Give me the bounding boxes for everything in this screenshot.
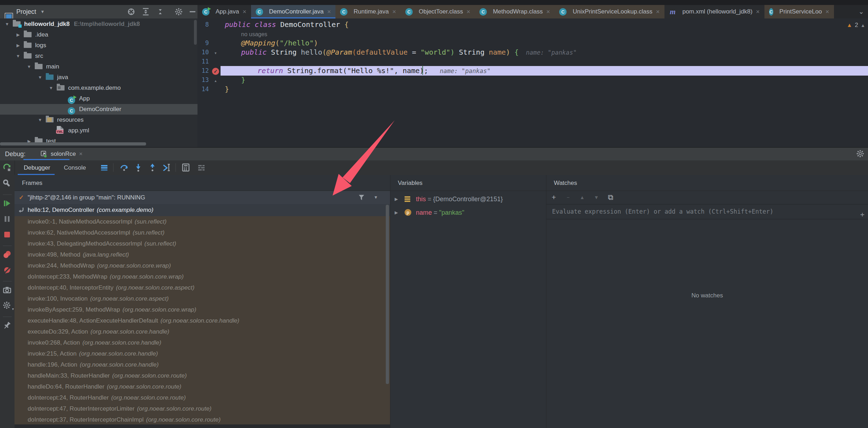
editor-tab-methodwrap-class[interactable]: CMethodWrap.class× [475, 5, 555, 18]
tree-item-src[interactable]: ▼src [0, 51, 197, 61]
chevron-down-icon[interactable]: ▼ [40, 9, 45, 14]
execution-line[interactable]: 12✓return String.format("Hello %s!", nam… [197, 66, 868, 75]
code-line[interactable]: 11 [197, 57, 868, 66]
pause-icon[interactable] [2, 214, 12, 224]
editor-tab-pom-xml-helloworld-jdk8-[interactable]: mpom.xml (helloworld_jdk8)× [664, 5, 764, 18]
frame-user-0[interactable]: hello:12, DemoController(com.example.dem… [15, 204, 390, 216]
tree-item-app[interactable]: CApp [0, 93, 197, 104]
duplicate-icon[interactable]: ⧉ [606, 191, 615, 204]
settings-gear-icon[interactable] [174, 7, 183, 16]
thread-selector[interactable]: ✓ "jlhttp-2"@2,146 in group "main": RUNN… [15, 191, 390, 204]
close-icon[interactable]: × [825, 8, 829, 16]
frame-lib-5[interactable]: invoke:244, MethodWrap(org.noear.solon.c… [15, 260, 390, 271]
frame-lib-9[interactable]: invokeByAspect:259, MethodWrap(org.noear… [15, 304, 390, 315]
collapse-all-icon[interactable] [156, 7, 165, 16]
editor-tab-runtime-java[interactable]: CRuntime.java× [335, 5, 401, 18]
close-icon[interactable]: × [243, 8, 246, 16]
frame-lib-14[interactable]: handle:196, Action(org.noear.solon.core.… [15, 359, 390, 370]
editor-tab-unixprintservicelookup-class[interactable]: CUnixPrintServiceLookup.class× [555, 5, 664, 18]
code-line[interactable]: 10▾public String hello(@Param(defaultVal… [197, 48, 868, 57]
step-over-icon[interactable] [119, 163, 129, 172]
tree-chevron-icon[interactable]: ▼ [37, 115, 44, 125]
chevron-down-icon[interactable]: ▼ [374, 191, 378, 204]
editor-tab-printserviceloo[interactable]: CPrintServiceLoo× [764, 5, 834, 18]
locate-icon[interactable] [127, 7, 135, 16]
tree-vertical-scrollbar[interactable] [194, 20, 197, 45]
tree-chevron-icon[interactable]: ▼ [48, 83, 55, 93]
evaluate-expression-icon[interactable] [181, 163, 190, 172]
frame-lib-4[interactable]: invoke:498, Method(java.lang.reflect) [15, 249, 390, 260]
step-out-icon[interactable] [148, 163, 157, 172]
run-to-cursor-icon[interactable] [162, 163, 171, 172]
tree-chevron-icon[interactable]: ▶ [15, 29, 22, 40]
frame-lib-1[interactable]: invoke0:-1, NativeMethodAccessorImpl(sun… [15, 216, 390, 227]
frame-lib-18[interactable]: doIntercept:47, RouterInterceptorLimiter… [15, 403, 390, 414]
frame-lib-7[interactable]: doIntercept:40, InterceptorEntity(org.no… [15, 282, 390, 293]
close-icon[interactable]: × [756, 8, 760, 16]
frames-scrollbar[interactable] [386, 205, 389, 384]
editor-tab-objecttoer-class[interactable]: CObjectToer.class× [401, 5, 475, 18]
settings-gear-icon[interactable]: ▾ [2, 301, 12, 310]
tree-item-app-yml[interactable]: YMLapp.yml [0, 125, 197, 136]
pin-icon[interactable] [2, 321, 12, 330]
rerun-icon[interactable] [2, 163, 12, 172]
mute-breakpoints-icon[interactable] [2, 265, 12, 275]
tree-item-democontroller[interactable]: CDemoController [0, 104, 197, 115]
evaluate-expression-input[interactable]: Evaluate expression (Enter) or add a wat… [546, 204, 868, 219]
frame-lib-15[interactable]: handleMain:33, RouterHandler(org.noear.s… [15, 370, 390, 381]
filter-funnel-icon[interactable] [358, 194, 365, 201]
frame-lib-6[interactable]: doIntercept:233, MethodWrap(org.noear.so… [15, 271, 390, 282]
add-to-watches-icon[interactable]: + [860, 207, 864, 222]
hide-panel-icon[interactable] [188, 7, 197, 16]
stop-icon[interactable] [2, 230, 12, 239]
close-icon[interactable]: × [392, 8, 396, 16]
frame-lib-12[interactable]: invoke0:268, Action(org.noear.solon.core… [15, 337, 390, 348]
tree-item-helloworld-jdk8[interactable]: ▼helloworld_jdk8E:\tmp\helloworld_jdk8 [0, 19, 197, 29]
tree-chevron-icon[interactable]: ▶ [395, 206, 398, 219]
code-line[interactable]: no usages [197, 29, 868, 38]
view-breakpoints-icon[interactable] [2, 250, 12, 259]
tree-chevron-icon[interactable]: ▼ [4, 19, 11, 29]
variable-name[interactable]: ▶pname = "pankas" [390, 206, 546, 219]
edit-config-wrench-icon[interactable] [2, 179, 12, 188]
frame-lib-17[interactable]: doIntercept:24, RouterHandler(org.noear.… [15, 392, 390, 403]
tree-chevron-icon[interactable]: ▼ [26, 61, 33, 72]
debug-settings-gear-icon[interactable] [856, 149, 864, 158]
close-icon[interactable]: × [546, 8, 550, 16]
layout-settings-icon[interactable] [197, 163, 206, 172]
debug-session-tab[interactable]: solonRce × [37, 148, 86, 160]
tree-item-resources[interactable]: ▼resources [0, 115, 197, 125]
add-watch-icon[interactable]: + [549, 191, 558, 204]
frame-lib-10[interactable]: executeHandle:48, ActionExecuteHandlerDe… [15, 315, 390, 326]
fold-collapse-icon[interactable]: ▾ [214, 50, 217, 56]
close-icon[interactable]: × [327, 8, 331, 16]
inspections-widget[interactable]: ▲ 2 ▲ [847, 21, 865, 30]
tree-chevron-icon[interactable]: ▼ [37, 72, 44, 83]
code-line[interactable]: 9@Mapping("/hello") [197, 38, 868, 48]
code-line[interactable]: 13▴} [197, 75, 868, 84]
frame-lib-8[interactable]: invoke:100, Invocation(org.noear.solon.c… [15, 293, 390, 304]
thread-dump-camera-icon[interactable] [2, 285, 12, 295]
tree-chevron-icon[interactable]: ▼ [15, 51, 22, 61]
editor-tab-democontroller-java[interactable]: CDemoController.java× [251, 5, 336, 18]
resume-icon[interactable] [2, 199, 12, 208]
step-into-icon[interactable] [134, 163, 143, 172]
tree-horizontal-scrollbar[interactable] [0, 142, 146, 146]
code-line[interactable]: 8public class DemoController { [197, 20, 868, 29]
frame-lib-16[interactable]: handleDo:64, RouterHandler(org.noear.sol… [15, 381, 390, 392]
frame-lib-13[interactable]: invoke:215, Action(org.noear.solon.core.… [15, 348, 390, 359]
tree-item-com-example-demo[interactable]: ▼com.example.demo [0, 83, 197, 93]
frame-lib-3[interactable]: invoke:43, DelegatingMethodAccessorImpl(… [15, 238, 390, 249]
hidden-tabs-chevron-icon[interactable]: ⌄ [856, 6, 867, 17]
tree-chevron-icon[interactable]: ▶ [395, 193, 398, 205]
tree-item-logs[interactable]: ▶logs [0, 40, 197, 51]
close-icon[interactable]: × [79, 150, 83, 158]
variable-this[interactable]: ▶this = {DemoController@2151} [390, 193, 546, 205]
expand-all-icon[interactable] [141, 7, 150, 16]
code-line[interactable]: 14} [197, 84, 868, 94]
tree-item-main[interactable]: ▼main [0, 61, 197, 72]
frame-lib-19[interactable]: doIntercept:37, RouterInterceptorChainIm… [15, 414, 390, 425]
close-icon[interactable]: × [467, 8, 471, 16]
close-icon[interactable]: × [656, 8, 660, 16]
tab-debugger[interactable]: Debugger [22, 160, 52, 175]
